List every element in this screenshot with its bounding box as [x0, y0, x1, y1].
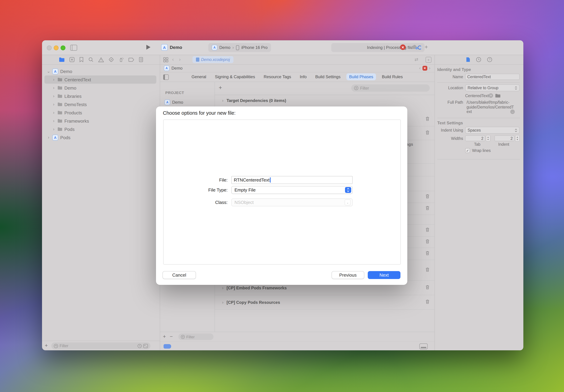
chevron-right-icon[interactable]: › [52, 110, 55, 115]
indent-width-stepper[interactable]: ▲▼ [515, 135, 520, 141]
panel-toggle-icon[interactable] [163, 74, 169, 80]
target-filter-field[interactable]: Filter [178, 334, 213, 340]
tab-width-field[interactable]: 2 [465, 135, 485, 141]
trash-icon[interactable] [425, 284, 430, 291]
tree-item-centeredtext[interactable]: › CenteredText [42, 75, 160, 84]
plus-minus-box-icon[interactable] [143, 344, 148, 348]
tree-item-demotests[interactable]: › DemoTests [42, 100, 160, 109]
issue-navigator-icon[interactable] [98, 57, 104, 62]
project-item-demo[interactable]: A Demo [165, 99, 183, 105]
issues-forward-chevron-icon[interactable]: › [429, 65, 430, 71]
location-popup[interactable]: Relative to Group [465, 84, 520, 91]
tree-item-libraries[interactable]: › Libraries [42, 92, 160, 100]
name-field[interactable]: CenteredText [465, 74, 520, 80]
tree-item-demo-project[interactable]: ⌄ A Demo [42, 67, 160, 75]
trash-icon[interactable] [425, 206, 430, 212]
tab-resource-tags[interactable]: Resource Tags [261, 73, 294, 80]
sidebar-toggle-icon[interactable] [70, 45, 77, 51]
phase-row-copy-pods[interactable]: ›[CP] Copy Pods Resources [215, 295, 435, 310]
previous-button[interactable]: Previous [331, 271, 364, 279]
scheme-selector[interactable]: A Demo › iPhone 16 Pro [208, 43, 271, 52]
bookmark-navigator-icon[interactable] [79, 57, 83, 62]
indent-using-popup[interactable]: Spaces [465, 127, 520, 134]
chevron-right-icon[interactable]: › [52, 85, 55, 90]
project-navigator-icon[interactable] [59, 57, 65, 62]
report-navigator-icon[interactable] [138, 57, 143, 62]
forward-chevron-icon[interactable]: › [179, 56, 181, 62]
zoom-window-button[interactable] [61, 45, 65, 50]
clock-icon[interactable] [138, 344, 142, 348]
chevron-right-icon[interactable]: › [222, 98, 223, 103]
tree-item-pods-project[interactable]: › A Pods [42, 133, 160, 141]
test-navigator-icon[interactable] [108, 57, 114, 62]
add-file-button[interactable]: + [45, 342, 48, 348]
tree-item-demo-group[interactable]: › Demo [42, 84, 160, 92]
trash-icon[interactable] [425, 194, 430, 200]
cloud-icon[interactable] [411, 44, 418, 50]
remove-target-button[interactable]: − [170, 334, 173, 339]
tab-signing-capabilities[interactable]: Signing & Capabilities [212, 73, 258, 80]
wrap-lines-checkbox[interactable]: ✓ [465, 148, 470, 153]
error-badge-icon[interactable]: ✕ [400, 44, 406, 50]
add-button[interactable]: + [424, 44, 429, 50]
editor-tab[interactable]: Demo.xcodeproj [193, 56, 233, 63]
breakpoint-navigator-icon[interactable] [128, 57, 134, 62]
file-name-input[interactable]: RTNCenteredText [231, 176, 353, 184]
trash-icon[interactable] [425, 299, 430, 306]
tab-width-stepper[interactable]: ▲▼ [486, 135, 490, 141]
chevron-right-icon[interactable]: › [52, 118, 55, 123]
tab-info[interactable]: Info [297, 73, 309, 80]
chevron-right-icon[interactable]: › [52, 94, 55, 98]
open-path-arrow-icon[interactable]: → [510, 110, 515, 114]
trash-icon[interactable] [425, 227, 430, 234]
chevron-down-icon[interactable]: ⌄ [47, 69, 50, 74]
tree-item-products[interactable]: › Products [42, 109, 160, 117]
swap-arrows-icon[interactable]: ⇄ [414, 57, 418, 62]
issues-back-chevron-icon[interactable]: ‹ [419, 65, 421, 71]
choose-folder-icon[interactable] [495, 94, 501, 98]
trash-icon[interactable] [425, 251, 430, 257]
breadcrumb[interactable]: A Demo [164, 65, 182, 71]
file-inspector-icon[interactable] [466, 57, 470, 62]
phases-filter-field[interactable]: Filter [351, 84, 430, 92]
add-editor-icon[interactable]: + [426, 57, 431, 63]
device-bezel-icon[interactable] [419, 343, 428, 349]
history-inspector-icon[interactable] [476, 57, 481, 62]
trash-icon[interactable] [425, 239, 430, 245]
chevron-right-icon[interactable]: › [222, 285, 223, 290]
tab-build-rules[interactable]: Build Rules [379, 73, 405, 80]
trash-icon[interactable] [425, 130, 430, 136]
chevron-right-icon[interactable]: › [47, 135, 50, 140]
clear-location-icon[interactable]: ✕ [489, 93, 493, 98]
tree-item-pods-group[interactable]: › Pods [42, 125, 160, 133]
find-navigator-icon[interactable] [88, 57, 94, 62]
error-count-badge[interactable]: ✕ [422, 66, 427, 70]
target-dependencies-row[interactable]: › Target Dependencies (0 items) [222, 98, 286, 103]
cancel-button[interactable]: Cancel [163, 271, 196, 279]
chevron-right-icon[interactable]: › [52, 102, 55, 107]
tab-build-phases[interactable]: Build Phases [346, 73, 376, 80]
debug-navigator-icon[interactable] [118, 57, 124, 62]
add-phase-button[interactable]: + [219, 84, 222, 91]
file-type-popup[interactable]: Empty File [231, 186, 353, 194]
chevron-right-icon[interactable]: › [52, 77, 55, 82]
add-target-button[interactable]: + [163, 334, 166, 339]
tab-general[interactable]: General [189, 73, 209, 80]
trash-icon[interactable] [425, 116, 430, 123]
back-chevron-icon[interactable]: ‹ [172, 56, 174, 62]
tree-item-frameworks[interactable]: › Frameworks [42, 117, 160, 125]
trash-icon[interactable] [425, 267, 430, 274]
chevron-right-icon[interactable]: › [52, 127, 55, 132]
changes-navigator-icon[interactable] [69, 57, 75, 62]
chevron-right-icon[interactable]: › [222, 300, 223, 305]
indent-width-field[interactable]: 2 [495, 135, 514, 141]
minimize-window-button[interactable] [54, 45, 58, 50]
close-window-button[interactable] [47, 45, 52, 50]
tab-build-settings[interactable]: Build Settings [313, 73, 343, 80]
navigator-filter-field[interactable]: Filter [51, 342, 151, 349]
editor-grid-icon[interactable] [163, 57, 168, 62]
next-button[interactable]: Next [368, 271, 400, 279]
class-popup[interactable]: NSObject ⌄ [231, 198, 353, 206]
tag-indicator-icon[interactable] [164, 344, 171, 349]
help-inspector-icon[interactable]: ? [487, 57, 492, 62]
